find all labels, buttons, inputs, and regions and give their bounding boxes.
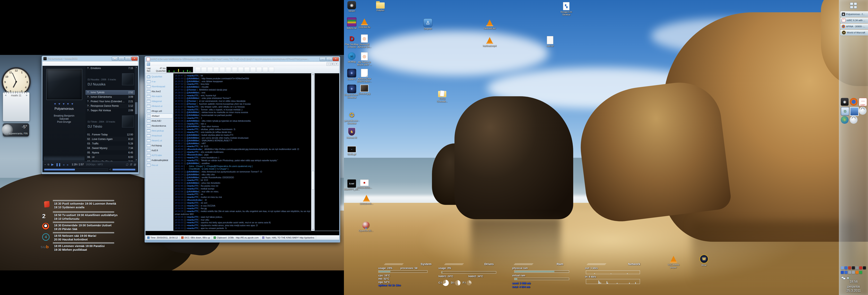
tray-icon[interactable] (863, 266, 866, 269)
channel-button[interactable]: #välimallinjätkät (146, 158, 173, 163)
toolbar-button-icon[interactable] (244, 67, 250, 72)
desktop-icon[interactable]: Heroes III (344, 127, 360, 139)
seekbar[interactable] (44, 168, 108, 171)
tray-icon[interactable] (848, 271, 851, 274)
toolbar-button-icon[interactable] (250, 67, 256, 72)
taskbar-clock-time[interactable]: 18:56 (839, 280, 868, 284)
taskbar-button[interactable]: World of Warcraft (840, 30, 868, 35)
pause-button[interactable]: ❚❚ (56, 163, 61, 166)
menu-item[interactable] (155, 64, 158, 64)
toolbar-button-icon[interactable] (220, 67, 225, 72)
close-button[interactable]: ✕ (131, 57, 137, 61)
desktop-icon[interactable]: generals.exe - Shortcut (344, 111, 360, 125)
minimize-button[interactable]: — (118, 57, 124, 61)
menu-item[interactable] (171, 64, 174, 64)
tray-icon[interactable] (856, 266, 859, 269)
menu-item[interactable] (158, 64, 161, 64)
chat-input[interactable] (145, 231, 339, 235)
tray-icon[interactable] (859, 266, 862, 269)
weather-gadget[interactable]: -5° Lappeenranta, FIN (3, 123, 29, 137)
playlist-row[interactable]: DJ Tiësto - 2004 - 10 tracks DJ Tiësto (86, 113, 135, 132)
playlist-row[interactable]: 06 . Ur 6:00 (86, 155, 135, 159)
menu-item[interactable] (59, 63, 62, 64)
tray-icon[interactable] (856, 271, 859, 274)
channel-button[interactable]: #team1.ut (146, 138, 173, 143)
channel-button[interactable]: #finland.ut (146, 104, 173, 109)
playlist-scrollbar[interactable]: ▲▼ (135, 66, 138, 161)
desktop-icon[interactable]: OpenRA-20... (358, 222, 374, 232)
playlist-row[interactable]: ? . Protect Your Ismo (Extended ... 2:21 (86, 99, 135, 104)
desktop-icon[interactable]: Dolphin (372, 1, 389, 12)
quicklaunch-icon[interactable] (850, 116, 858, 124)
foobar-titlebar[interactable]: Polyamorous - foobar2000 ▣ — ▢ ✕ (42, 56, 139, 61)
list-button[interactable]: ☰ (130, 163, 132, 166)
scrollbar-thumb[interactable] (135, 102, 137, 114)
volume-tray-icon[interactable] (846, 276, 851, 280)
desktop-icon[interactable]: [isoHunt] Airforce On... (356, 34, 373, 48)
tray-icon[interactable] (844, 266, 847, 269)
channel-button[interactable]: #bombsquad (146, 84, 173, 89)
taskbar-button[interactable]: mIRC 6.34 with ... (840, 18, 868, 23)
desktop-icon[interactable]: Dolphin (420, 19, 436, 30)
menu-item[interactable] (62, 63, 65, 64)
window-arrange-icon[interactable] (850, 2, 857, 9)
channel-button[interactable]: #UT3.tdm (146, 153, 173, 158)
desktop-icon[interactable]: Keygja Em Skottua (558, 2, 575, 16)
close-button[interactable]: ✕ (333, 57, 339, 61)
channel-button[interactable]: #frogz.ut3 (146, 109, 173, 114)
menu-item[interactable] (168, 64, 171, 64)
tray-icon[interactable] (841, 271, 844, 274)
desktop-icon[interactable]: TSTD Crocodil... (434, 89, 451, 103)
tray-icon[interactable] (852, 266, 855, 269)
desktop-icon[interactable]: My Name Is Bruce 2007 ... (356, 52, 373, 66)
desktop-icon[interactable]: 1100350.flv (356, 18, 373, 29)
tray-icon[interactable] (848, 266, 851, 269)
tray-icon[interactable] (841, 266, 844, 269)
playlist-row[interactable]: DJ Nuusika - 2008 - 5 tracks DJ Nuusika (86, 70, 135, 90)
nicklist[interactable] (315, 73, 339, 231)
chat-buffer[interactable]: 18:20:47+markuTTI löl 18:21:03@Athl666ni… (174, 73, 311, 231)
desktop-icon[interactable]: harlined.mp4 (482, 36, 498, 47)
desktop-icon[interactable]: 9145.gif (344, 146, 360, 156)
next-button[interactable]: » (67, 163, 68, 166)
mdi-close-button[interactable]: ✕ (335, 62, 338, 66)
toolbar-button-icon[interactable] (226, 67, 231, 72)
previous-button[interactable]: « (63, 163, 65, 166)
foobar2000-window[interactable]: Polyamorous - foobar2000 ▣ — ▢ ✕ ♥ ♥ ♥ ♥… (41, 56, 139, 174)
minimize-button[interactable]: — (319, 57, 326, 61)
channel-button[interactable]: #levi.pickup (146, 128, 173, 133)
play-button[interactable]: ▶ (51, 163, 54, 166)
volume-slider[interactable]: ◖) (112, 168, 137, 171)
toolbar-button-icon[interactable] (256, 67, 262, 72)
layout-button[interactable]: ▣ (112, 57, 118, 61)
desktop-icon[interactable]: Gordon.jpg (356, 85, 373, 95)
calendar-gadget[interactable]: ◀ maalis 11 ▶ (3, 92, 29, 121)
channel-button[interactable]: #hrtLIVE! (146, 118, 173, 123)
channel-button[interactable]: #hrtlan! (146, 114, 173, 118)
playlist-row[interactable]: 01 . Forever Today 12:00 (86, 132, 135, 137)
taskbar-button[interactable]: Polyamorous - f... (840, 11, 868, 17)
channel-button[interactable]: #-w- (146, 79, 173, 84)
desktop-icon[interactable]: Steam (344, 1, 360, 12)
scrollbar-thumb[interactable] (312, 171, 315, 190)
menu-item[interactable] (164, 64, 168, 64)
maximize-button[interactable]: ▢ (125, 57, 131, 61)
playlist-row[interactable]: ? . Seppo Älä Vonkaa 2:09 (86, 108, 135, 113)
desktop-icon[interactable]: Airforce One [1997] DvDr... (356, 69, 373, 83)
maximize-button[interactable]: ▢ (326, 57, 332, 61)
taskbar-clock-day[interactable]: perjantai (839, 285, 868, 289)
playlist-row[interactable]: 02 . Love Comes Again 8:10 (86, 137, 135, 141)
menu-item[interactable] (44, 63, 47, 64)
notes-button[interactable]: ▤ (134, 163, 136, 166)
taskbar-button[interactable]: APINA - 30909 -... (840, 24, 868, 29)
mdi-restore-button[interactable]: ⊡ (331, 62, 334, 66)
toolbar-button-icon[interactable] (201, 67, 207, 72)
channel-button[interactable]: #xu.ut (146, 163, 173, 168)
quicklaunch-icon[interactable] (841, 98, 848, 106)
stop-button[interactable]: ▪ (44, 163, 45, 166)
chat-scrollbar[interactable]: ▲▼ (311, 73, 315, 231)
channel-button[interactable]: QuakeNet (146, 74, 173, 79)
channel-button[interactable]: #ut3.fi (146, 148, 173, 153)
playlist-row[interactable]: ? . Emotions 7:15 (86, 66, 135, 70)
network-tray-icon[interactable] (841, 276, 846, 280)
